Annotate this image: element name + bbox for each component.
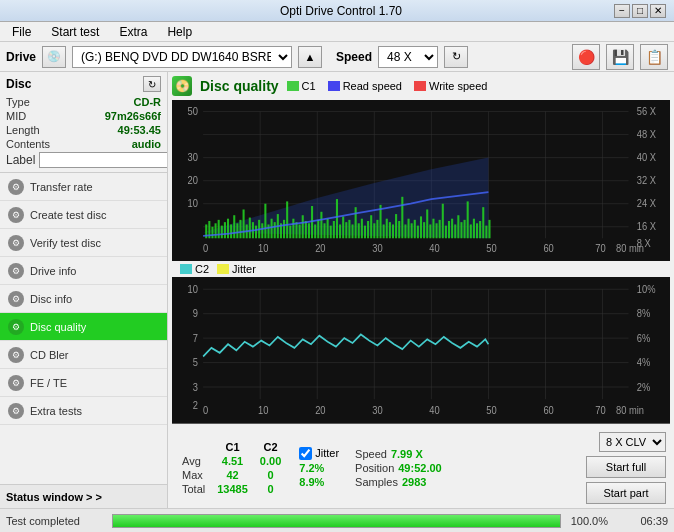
nav-item-create-test-disc[interactable]: ⚙ Create test disc (0, 201, 167, 229)
disc-refresh-button[interactable]: ↻ (143, 76, 161, 92)
svg-rect-60 (286, 201, 288, 238)
svg-text:6%: 6% (637, 332, 650, 344)
svg-text:30: 30 (372, 243, 383, 255)
nav-label-fe-te: FE / TE (30, 377, 67, 389)
svg-rect-105 (426, 209, 428, 238)
nav-item-fe-te[interactable]: ⚙ FE / TE (0, 369, 167, 397)
nav-item-disc-info[interactable]: ⚙ Disc info (0, 285, 167, 313)
menu-extra[interactable]: Extra (111, 23, 155, 41)
nav-item-extra-tests[interactable]: ⚙ Extra tests (0, 397, 167, 425)
jitter-checkbox-row: Jitter (299, 447, 339, 460)
svg-rect-83 (358, 223, 360, 238)
svg-rect-118 (467, 201, 469, 238)
refresh-speed-button[interactable]: ↻ (444, 46, 468, 68)
svg-rect-116 (460, 222, 462, 238)
stats-col-empty (176, 440, 211, 454)
svg-rect-74 (330, 226, 332, 239)
svg-text:40: 40 (429, 243, 440, 255)
svg-rect-115 (457, 215, 459, 238)
menu-start-test[interactable]: Start test (43, 23, 107, 41)
disc-mid-value: 97m26s66f (105, 110, 161, 122)
svg-rect-62 (292, 219, 294, 239)
svg-rect-65 (302, 215, 304, 238)
svg-rect-41 (227, 219, 229, 239)
disc-contents-value: audio (132, 138, 161, 150)
eject-button[interactable]: ▲ (298, 46, 322, 68)
svg-rect-88 (373, 223, 375, 238)
app-title: Opti Drive Control 1.70 (68, 4, 614, 18)
svg-rect-125 (488, 220, 490, 238)
menu-help[interactable]: Help (159, 23, 200, 41)
speed-key: Speed (355, 448, 387, 460)
svg-rect-39 (221, 226, 223, 239)
legend-read-color (328, 81, 340, 91)
progress-bar-fill (113, 515, 560, 527)
svg-rect-103 (420, 216, 422, 238)
nav-icon-disc-info: ⚙ (8, 291, 24, 307)
svg-rect-122 (479, 221, 481, 238)
nav-item-transfer-rate[interactable]: ⚙ Transfer rate (0, 173, 167, 201)
drive-bar: Drive 💿 (G:) BENQ DVD DD DW1640 BSRB ▲ S… (0, 42, 674, 72)
nav-label-drive-info: Drive info (30, 265, 76, 277)
samples-row: Samples 2983 (355, 476, 442, 488)
legend-c1: C1 (287, 80, 316, 92)
chart-container: 50 30 20 10 56 X 48 X 40 X 32 X 24 X 16 … (172, 100, 670, 424)
nav-item-disc-quality[interactable]: ⚙ Disc quality (0, 313, 167, 341)
svg-text:60: 60 (543, 405, 554, 417)
stats-max-c2: 0 (254, 468, 287, 482)
svg-text:40: 40 (429, 405, 440, 417)
svg-rect-79 (345, 222, 347, 238)
svg-text:80 min: 80 min (616, 405, 644, 417)
svg-rect-110 (442, 204, 444, 239)
svg-rect-89 (376, 220, 378, 238)
minimize-button[interactable]: − (614, 4, 630, 18)
jitter-checkbox[interactable] (299, 447, 312, 460)
clv-select[interactable]: 8 X CLV (599, 432, 666, 452)
speed-select[interactable]: 48 X (378, 46, 438, 68)
disc-label-input[interactable] (39, 152, 168, 168)
start-full-button[interactable]: Start full (586, 456, 666, 478)
speed-info: Speed 7.99 X Position 49:52.00 Samples 2… (355, 448, 442, 488)
svg-rect-108 (436, 223, 438, 238)
menu-file[interactable]: File (4, 23, 39, 41)
disc-write-button[interactable]: 💾 (606, 44, 634, 70)
svg-text:2%: 2% (637, 381, 650, 393)
drive-select[interactable]: (G:) BENQ DVD DD DW1640 BSRB (72, 46, 292, 68)
svg-rect-85 (364, 226, 366, 239)
nav-label-create-test-disc: Create test disc (30, 209, 106, 221)
position-key: Position (355, 462, 394, 474)
svg-rect-66 (305, 221, 307, 238)
disc-length-value: 49:53.45 (118, 124, 161, 136)
svg-rect-72 (323, 223, 325, 238)
drive-icon: 💿 (42, 46, 66, 68)
nav-item-verify-test-disc[interactable]: ⚙ Verify test disc (0, 229, 167, 257)
nav-list: ⚙ Transfer rate ⚙ Create test disc ⚙ Ver… (0, 173, 167, 484)
close-button[interactable]: ✕ (650, 4, 666, 18)
svg-rect-104 (423, 222, 425, 238)
save-button[interactable]: 📋 (640, 44, 668, 70)
sidebar-status-button[interactable]: Status window > > (0, 484, 167, 508)
svg-rect-94 (392, 224, 394, 238)
svg-text:50: 50 (486, 405, 497, 417)
jitter-label: Jitter (315, 447, 339, 459)
svg-rect-70 (317, 220, 319, 238)
nav-item-drive-info[interactable]: ⚙ Drive info (0, 257, 167, 285)
speed-label: Speed (336, 50, 372, 64)
legend-write-label: Write speed (429, 80, 488, 92)
svg-rect-77 (339, 224, 341, 238)
chart1-svg: 50 30 20 10 56 X 48 X 40 X 32 X 24 X 16 … (172, 100, 670, 261)
menu-bar: File Start test Extra Help (0, 22, 674, 42)
disc-panel-header: Disc ↻ (6, 76, 161, 92)
status-bottom-bar: Test completed 100.0% 06:39 (0, 508, 674, 532)
svg-rect-112 (448, 221, 450, 238)
nav-label-disc-info: Disc info (30, 293, 72, 305)
disc-mid-label: MID (6, 110, 26, 122)
start-part-button[interactable]: Start part (586, 482, 666, 504)
svg-rect-113 (451, 219, 453, 239)
nav-item-cd-bler[interactable]: ⚙ CD Bler (0, 341, 167, 369)
svg-rect-40 (224, 222, 226, 238)
disc-clean-button[interactable]: 🔴 (572, 44, 600, 70)
maximize-button[interactable]: □ (632, 4, 648, 18)
chart1-wrapper: 50 30 20 10 56 X 48 X 40 X 32 X 24 X 16 … (172, 100, 670, 261)
svg-rect-44 (236, 223, 238, 238)
